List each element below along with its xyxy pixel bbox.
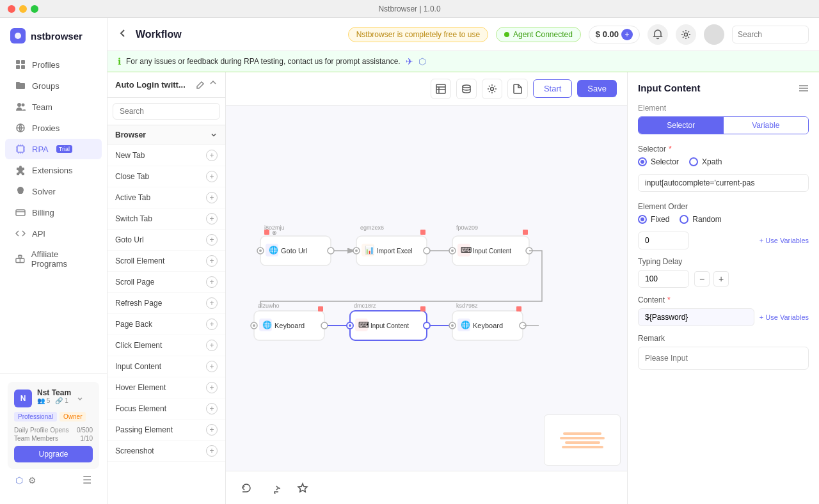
settings-footer-icon[interactable]: ⚙	[28, 475, 36, 485]
node-keyboard-2[interactable]: ksd798z 🌐 Keyboard	[449, 303, 526, 340]
action-item-switch-tab[interactable]: Switch Tab +	[107, 209, 225, 230]
radio-random[interactable]: Random	[680, 215, 721, 224]
sidebar-item-label-affiliate: Affiliate Programs	[31, 249, 91, 269]
node-input-content-top[interactable]: fp0w209 ⌨ Input Content	[449, 224, 532, 265]
settings-icon-button[interactable]	[676, 24, 696, 45]
telegram-link[interactable]: ✈	[406, 56, 413, 67]
back-button[interactable]	[118, 28, 128, 41]
order-number-row: + Use Variables	[638, 232, 809, 249]
action-add-refresh-page[interactable]: +	[206, 297, 218, 309]
team-stat-members: Team Members 1/10	[14, 435, 93, 442]
action-item-refresh-page[interactable]: Refresh Page +	[107, 293, 225, 314]
action-item-active-tab[interactable]: Active Tab +	[107, 187, 225, 209]
collapse-icon[interactable]	[209, 81, 218, 90]
minimize-window-btn[interactable]	[19, 5, 27, 13]
action-add-close-tab[interactable]: +	[206, 171, 218, 182]
action-add-click-element[interactable]: +	[206, 340, 218, 351]
database-icon[interactable]	[456, 79, 477, 99]
topbar-search-input[interactable]	[732, 26, 809, 43]
sidebar-item-proxies[interactable]: Proxies	[5, 118, 102, 138]
redo-button[interactable]	[264, 478, 285, 498]
action-item-goto-url[interactable]: Goto Url +	[107, 230, 225, 251]
sidebar-item-team[interactable]: Team	[5, 97, 102, 117]
remark-input[interactable]	[638, 347, 809, 370]
close-window-btn[interactable]	[8, 5, 15, 13]
action-item-new-tab[interactable]: New Tab +	[107, 145, 225, 166]
agent-label: Agent Connected	[513, 30, 573, 39]
action-item-screenshot[interactable]: Screenshot +	[107, 441, 225, 462]
sidebar-item-extensions[interactable]: Extensions	[5, 160, 102, 180]
action-item-focus-element[interactable]: Focus Element +	[107, 398, 225, 420]
radio-selector[interactable]: Selector	[638, 157, 679, 166]
action-item-scroll-page[interactable]: Scroll Page +	[107, 272, 225, 293]
browser-category-header[interactable]: Browser	[107, 125, 225, 145]
gear-icon-canvas[interactable]	[482, 79, 502, 99]
action-item-scroll-element[interactable]: Scroll Element +	[107, 251, 225, 272]
sidebar-item-billing[interactable]: Billing	[5, 202, 102, 223]
save-button[interactable]: Save	[577, 80, 617, 97]
file-icon[interactable]	[507, 79, 528, 99]
action-add-page-back[interactable]: +	[206, 319, 218, 330]
action-add-focus-element[interactable]: +	[206, 403, 218, 414]
table-view-icon[interactable]	[431, 79, 451, 99]
discord-link[interactable]: ⬡	[418, 56, 426, 67]
notification-bell-button[interactable]	[648, 24, 668, 45]
order-number-input[interactable]	[638, 232, 689, 249]
action-add-input-content[interactable]: +	[206, 361, 218, 372]
use-variables-content-link[interactable]: + Use Variables	[759, 313, 809, 321]
discord-icon[interactable]: ⬡	[15, 475, 23, 485]
action-add-screenshot[interactable]: +	[206, 445, 218, 457]
action-item-hover-element[interactable]: Hover Element +	[107, 377, 225, 398]
sidebar-item-rpa[interactable]: RPA Trial	[5, 139, 102, 159]
action-item-close-tab[interactable]: Close Tab +	[107, 166, 225, 187]
action-item-passing-element[interactable]: Passing Element +	[107, 420, 225, 441]
edit-icon[interactable]	[196, 81, 205, 90]
content-input[interactable]	[638, 308, 754, 326]
sidebar-item-groups[interactable]: Groups	[5, 75, 102, 96]
add-funds-button[interactable]: +	[621, 29, 633, 40]
user-avatar[interactable]	[704, 24, 724, 45]
action-add-hover-element[interactable]: +	[206, 382, 218, 393]
workflow-search-input[interactable]	[113, 103, 220, 120]
use-variables-order-link[interactable]: + Use Variables	[759, 237, 809, 244]
action-label-refresh-page: Refresh Page	[115, 299, 162, 308]
action-list: New Tab + Close Tab + Active Tab + Switc…	[107, 145, 225, 504]
action-add-goto-url[interactable]: +	[206, 234, 218, 246]
action-add-scroll-page[interactable]: +	[206, 276, 218, 288]
maximize-window-btn[interactable]	[31, 5, 38, 13]
node-goto-url[interactable]: i8o2mju ⊗ 🌐 Goto Url	[257, 224, 334, 265]
variable-tab[interactable]: Variable	[724, 117, 809, 134]
panel-menu-icon[interactable]	[799, 83, 809, 93]
start-button[interactable]: Start	[533, 79, 572, 98]
action-add-passing-element[interactable]: +	[206, 424, 218, 436]
undo-button[interactable]	[236, 478, 257, 498]
sidebar-bottom: N Nst Team 👥 5 🔗 1 Professional Owner	[0, 374, 107, 494]
sidebar-item-affiliate[interactable]: Affiliate Programs	[5, 244, 102, 274]
typing-delay-input[interactable]	[638, 270, 689, 288]
action-add-active-tab[interactable]: +	[206, 192, 218, 203]
action-item-page-back[interactable]: Page Back +	[107, 314, 225, 335]
node-keyboard-1[interactable]: al2uwho 🌐 Keyboard	[251, 303, 328, 340]
star-button[interactable]	[292, 478, 313, 498]
content-field-label: Content *	[638, 295, 809, 304]
action-add-scroll-element[interactable]: +	[206, 255, 218, 267]
action-add-new-tab[interactable]: +	[206, 150, 218, 161]
delay-decrease-btn[interactable]: −	[694, 271, 710, 287]
menu-icon[interactable]: ☰	[83, 474, 91, 486]
action-item-input-content[interactable]: Input Content +	[107, 356, 225, 377]
node-input-content-selected[interactable]: dmc18rz ⌨ Input Content	[347, 303, 430, 340]
sidebar-item-profiles[interactable]: Profiles	[5, 54, 102, 75]
action-label-screenshot: Screenshot	[115, 446, 154, 455]
radio-xpath[interactable]: Xpath	[689, 157, 722, 166]
action-add-switch-tab[interactable]: +	[206, 213, 218, 224]
selector-input[interactable]	[638, 174, 809, 192]
node2-delete[interactable]	[420, 230, 425, 235]
node-import-excel[interactable]: egm2ex6 📊 Import Excel	[353, 224, 430, 265]
upgrade-button[interactable]: Upgrade	[14, 446, 93, 462]
radio-fixed[interactable]: Fixed	[638, 215, 669, 224]
selector-tab[interactable]: Selector	[639, 117, 724, 134]
sidebar-item-solver[interactable]: Solver	[5, 181, 102, 201]
sidebar-item-api[interactable]: API	[5, 223, 102, 244]
delay-increase-btn[interactable]: +	[713, 271, 729, 287]
action-item-click-element[interactable]: Click Element +	[107, 335, 225, 356]
